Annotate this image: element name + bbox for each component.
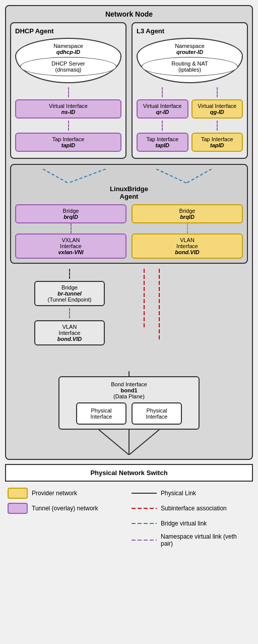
br-tunnel-sublabel: (Tunnel Endpoint) (47, 297, 91, 303)
physical-switch-label: Physical Network Switch (90, 469, 167, 477)
svg-line-1 (68, 169, 106, 183)
legend-subinterface-icon (132, 503, 157, 514)
bond-id: bond1 (121, 387, 138, 393)
vlan-interface-label: VLANInterface (59, 324, 81, 336)
l3-tap-right-id: tapID (210, 142, 224, 148)
lb-left-col: Bridge brqID VXLANInterface vxlan-VNI (15, 204, 126, 259)
dhcp-tap-id: tapID (61, 142, 76, 148)
svg-line-0 (43, 169, 68, 183)
l3-tap-left-col: Tap Interface tapID (137, 121, 188, 154)
l3-vi-right-col: Virtual Interface qg-ID (191, 87, 243, 121)
vlan-interface-id: bond.VID (57, 336, 82, 342)
lb-right-col: Bridge brqID VLANInterface bond.VID (132, 204, 243, 259)
br-tunnel-box: Bridge br-tunnel (Tunnel Endpoint) (34, 281, 105, 306)
l3-server-cloud: Routing & NAT (iptables) (142, 57, 238, 76)
legend-empty-2 (8, 533, 126, 547)
lb-bridge-left-label: Bridge (63, 208, 79, 214)
network-node: Network Node DHCP Agent Namespace qdhcp-… (5, 5, 253, 460)
l3-tap-left-id: tapID (156, 142, 170, 148)
l3-virtual-interface-right: Virtual Interface qg-ID (191, 99, 243, 119)
red-lines-svg (129, 269, 248, 370)
dhcp-tap-label: Tap Interface (52, 136, 85, 142)
bond-label-row: Bond Interface bond1 (Data Plane) (63, 381, 195, 399)
l3-vi-left-label: Virtual Interface (143, 103, 182, 109)
dhcp-namespace-cloud: Namespace qdhcp-ID DHCP Server (dnsmasq) (15, 38, 121, 83)
dhcp-agent-title: DHCP Agent (15, 27, 121, 35)
physical-interface-left: PhysicalInterface (76, 402, 126, 425)
lb-bridge-left-id: brqID (63, 214, 78, 220)
l3-connector-vi-left (162, 87, 163, 97)
l3-tap-right-col: Tap Interface tapID (191, 121, 243, 154)
bond-label: Bond Interface (111, 381, 147, 387)
l3-vi-left-col: Virtual Interface qr-ID (137, 87, 188, 121)
lb-connector-left-1 (71, 223, 72, 233)
legend-tunnel-color (8, 503, 28, 514)
network-node-title: Network Node (10, 10, 248, 18)
l3-tap-left: Tap Interface tapID (137, 133, 188, 152)
main-container: Network Node DHCP Agent Namespace qdhcp-… (0, 0, 258, 552)
physical-switch-box: Physical Network Switch (5, 464, 253, 482)
legend-bridge-virtual: Bridge virtual link (132, 518, 250, 529)
linuxbridge-agent-box: LinuxBridgeAgent Bridge brqID VXLANInter… (10, 164, 248, 264)
physical-left-label: PhysicalInterface (91, 407, 112, 420)
legend-tunnel: Tunnel (overlay) network (8, 503, 126, 514)
legend-provider-color (8, 488, 28, 499)
lb-bridge-left: Bridge brqID (15, 204, 126, 223)
l3-vi-left-id: qr-ID (156, 109, 169, 115)
connector-brtunnel-to-vlan (69, 308, 70, 318)
legend-subinterface: Subinterface association (132, 503, 250, 514)
l3-agent-box: L3 Agent Namespace qrouter-ID Routing & … (132, 22, 248, 159)
l3-vi-row: Virtual Interface qr-ID Virtual Interfac… (137, 87, 243, 121)
svg-line-7 (129, 430, 159, 455)
dhcp-vi-label: Virtual Interface (49, 103, 88, 109)
agents-row: DHCP Agent Namespace qdhcp-ID DHCP Serve… (10, 22, 248, 159)
legend-subinterface-label: Subinterface association (161, 505, 227, 512)
lb-connector-right-1 (187, 223, 188, 233)
l3-vi-right-label: Virtual Interface (198, 103, 236, 109)
lb-vlan-label: VLANInterface (176, 237, 198, 249)
l3-server-sublabel: (iptables) (178, 67, 201, 73)
bond-sublabel: (Data Plane) (113, 393, 145, 399)
svg-line-6 (99, 430, 129, 455)
dhcp-virtual-interface: Virtual Interface ns-ID (15, 99, 121, 119)
lb-bridge-right: Bridge brqID (132, 204, 243, 223)
lb-top-connectors (15, 169, 243, 184)
physical-right-label: PhysicalInterface (146, 407, 168, 420)
legend-bridge-virtual-label: Bridge virtual link (161, 520, 207, 527)
dhcp-server-sublabel: (dnsmasq) (55, 67, 82, 73)
br-tunnel-label: Bridge (61, 284, 78, 290)
l3-server-label: Routing & NAT (171, 61, 208, 67)
l3-namespace-cloud: Namespace qrouter-ID Routing & NAT (ipta… (137, 38, 243, 83)
legend-physical-link-icon (132, 488, 157, 499)
legend-physical-link: Physical Link (132, 488, 250, 499)
l3-tap-row: Tap Interface tapID Tap Interface tapID (137, 121, 243, 154)
legend-empty-1 (8, 518, 126, 529)
l3-connector-tap-right (217, 121, 218, 131)
l3-tap-left-label: Tap Interface (146, 136, 178, 142)
dhcp-namespace-label: Namespace (53, 43, 83, 49)
svg-line-3 (186, 169, 212, 183)
converge-svg (53, 430, 205, 455)
legend-tunnel-label: Tunnel (overlay) network (32, 505, 98, 512)
legend-bridge-virtual-icon (132, 518, 157, 529)
dhcp-server-label: DHCP Server (51, 61, 85, 67)
lb-vlan: VLANInterface bond.VID (132, 233, 243, 259)
br-tunnel-col: Bridge br-tunnel (Tunnel Endpoint) VLANI… (10, 269, 129, 347)
svg-line-2 (156, 169, 186, 183)
physical-interface-right: PhysicalInterface (132, 402, 182, 425)
l3-agent-title: L3 Agent (137, 27, 243, 35)
legend-provider: Provider network (8, 488, 126, 499)
l3-vi-right-id: qg-ID (210, 109, 224, 115)
bond-section: Bond Interface bond1 (Data Plane) Physic… (10, 371, 248, 455)
connector-to-bond (128, 371, 130, 376)
l3-connector-tap-left (162, 121, 163, 131)
lb-title-text: LinuxBridgeAgent (110, 185, 148, 200)
legend-provider-label: Provider network (32, 490, 77, 497)
lb-vxlan-id: vxlan-VNI (58, 249, 83, 255)
legend-namespace-virtual-icon (132, 535, 157, 546)
legend-namespace-virtual-label: Namespace virtual link (veth pair) (161, 533, 250, 547)
bond-interface-box: Bond Interface bond1 (Data Plane) Physic… (58, 376, 200, 430)
l3-namespace-id: qrouter-ID (176, 49, 203, 55)
lb-columns: Bridge brqID VXLANInterface vxlan-VNI Br… (15, 204, 243, 259)
lb-connector-svg (15, 169, 243, 184)
